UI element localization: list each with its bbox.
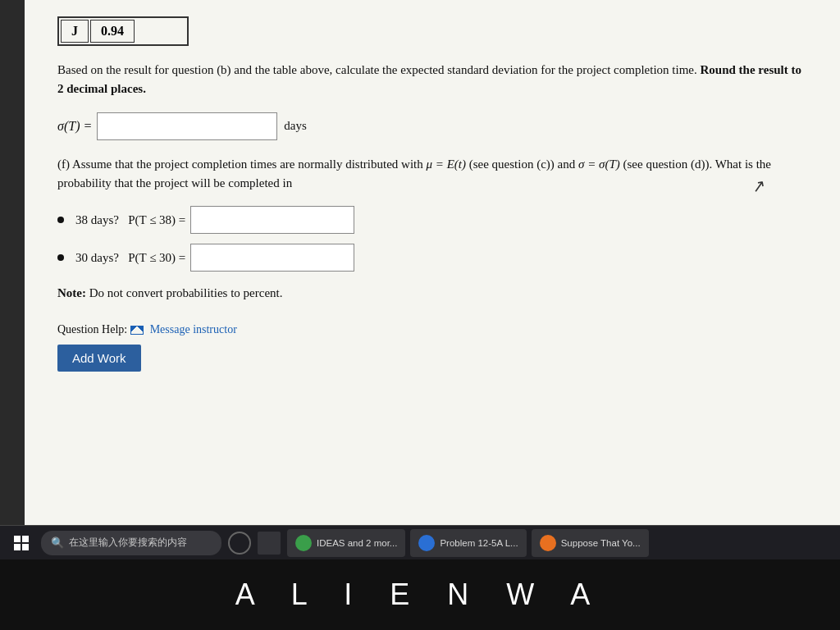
question-help-label: Question Help: (57, 323, 127, 336)
app-icon-ideas (295, 535, 312, 551)
alienware-strip: A L I E N W A (0, 559, 840, 630)
search-icon: 🔍 (51, 536, 64, 550)
search-placeholder-text: 在这里输入你要搜索的内容 (69, 536, 187, 550)
mail-icon (130, 326, 144, 335)
win-grid-cell-3 (14, 544, 21, 550)
question-c-main: Based on the result for question (b) and… (57, 63, 697, 76)
win-grid-cell-4 (22, 544, 29, 550)
bullet-list: 38 days? P(T ≤ 38) = 30 days? P(T ≤ 30) … (57, 206, 807, 272)
question-c-text: Based on the result for question (b) and… (57, 61, 807, 99)
taskbar: 🔍 在这里输入你要搜索的内容 IDEAS and 2 mor... Proble… (0, 525, 840, 630)
taskbar-top: 🔍 在这里输入你要搜索的内容 IDEAS and 2 mor... Proble… (0, 525, 840, 559)
bullet-dot-1 (57, 217, 64, 223)
note-label: Note: (57, 286, 86, 299)
sigma-eq: σ = σ(T) (578, 158, 620, 171)
prob-input-30[interactable] (190, 244, 354, 272)
task-view-button[interactable] (258, 532, 281, 555)
sigma-input[interactable] (97, 112, 277, 140)
windows-start-button[interactable] (7, 528, 36, 558)
bullet-dot-2 (57, 254, 64, 261)
app-icon-suppose (540, 535, 556, 551)
prob-input-38[interactable] (190, 206, 354, 234)
question-help-row: Question Help: Message instructor (57, 323, 807, 336)
app-tab-problem[interactable]: Problem 12-5A L... (410, 529, 526, 557)
days-label: days (284, 119, 307, 133)
top-table: J 0.94 (57, 16, 189, 46)
prob-label-30: 30 days? P(T ≤ 30) = (75, 251, 185, 265)
note-text: Note: Do not convert probabilities to pe… (57, 286, 807, 300)
main-content: J 0.94 Based on the result for question … (25, 0, 840, 525)
app-label-ideas: IDEAS and 2 mor... (317, 538, 397, 548)
app-label-problem: Problem 12-5A L... (440, 538, 518, 548)
sigma-row: σ(T) = days (57, 112, 807, 140)
alienware-logo-text: A L I E N W A (235, 578, 605, 612)
app-tab-suppose[interactable]: Suppose That Yo... (532, 529, 649, 557)
bullet-item-38: 38 days? P(T ≤ 38) = (57, 206, 807, 234)
table-cell-j: J (61, 20, 89, 43)
bullet-item-30: 30 days? P(T ≤ 30) = (57, 244, 807, 272)
note-body-text: Do not convert probabilities to percent. (89, 286, 283, 299)
app-tab-ideas[interactable]: IDEAS and 2 mor... (287, 529, 405, 557)
table-cell-094: 0.94 (90, 20, 135, 43)
taskbar-apps: IDEAS and 2 mor... Problem 12-5A L... Su… (287, 529, 833, 557)
windows-logo (14, 536, 29, 550)
prob-label-38: 38 days? P(T ≤ 38) = (75, 213, 185, 227)
cortana-button[interactable] (228, 532, 251, 555)
question-f-text: (f) Assume that the project completion t… (57, 155, 807, 194)
app-icon-problem (418, 535, 435, 551)
sigma-label: σ(T) = (57, 119, 92, 134)
win-grid-cell-2 (22, 536, 29, 542)
taskbar-search[interactable]: 🔍 在这里输入你要搜索的内容 (41, 531, 221, 555)
app-label-suppose: Suppose That Yo... (561, 538, 641, 548)
mu-eq: μ = E(t) (426, 158, 465, 171)
win-grid-cell-1 (14, 536, 21, 542)
left-sidebar (0, 0, 25, 525)
add-work-button[interactable]: Add Work (57, 345, 141, 372)
message-instructor-link[interactable]: Message instructor (150, 323, 237, 336)
